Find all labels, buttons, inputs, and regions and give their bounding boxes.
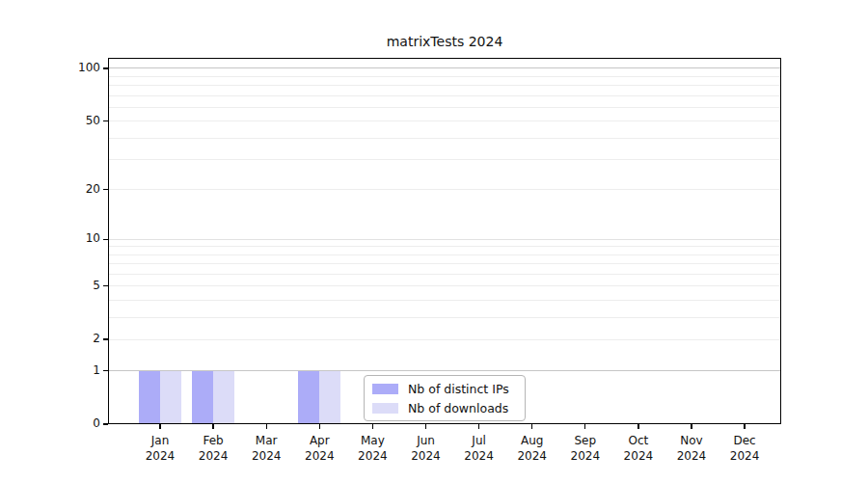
legend-item-distinct-ips: Nb of distinct IPs — [372, 381, 517, 397]
gridline — [108, 95, 781, 96]
x-tick-mark — [637, 424, 638, 429]
gridline — [108, 189, 781, 190]
gridline — [108, 138, 781, 139]
y-tick-mark — [103, 189, 108, 190]
legend-swatch-distinct-ips — [372, 384, 398, 394]
y-tick-label: 1 — [58, 363, 100, 377]
x-tick-label: Nov 2024 — [665, 433, 719, 464]
gridline — [108, 339, 781, 340]
bar-downloads — [160, 371, 181, 424]
y-tick-mark — [103, 338, 108, 339]
gridline — [108, 159, 781, 160]
x-tick-mark — [691, 424, 692, 429]
x-tick-label: Sep 2024 — [558, 433, 612, 464]
x-tick-mark — [531, 424, 532, 429]
y-tick-mark — [103, 285, 108, 286]
y-tick-label: 100 — [58, 61, 100, 74]
y-tick-label: 5 — [58, 279, 100, 292]
x-tick-label: Aug 2024 — [505, 433, 559, 464]
bar-distinct-ips — [298, 371, 319, 424]
x-tick-mark — [372, 424, 373, 429]
bar-distinct-ips — [192, 371, 213, 424]
gridline — [108, 274, 781, 275]
x-tick-label: Feb 2024 — [186, 433, 240, 464]
gridline — [108, 67, 781, 68]
bar-downloads — [213, 371, 234, 424]
bar-distinct-ips — [139, 371, 160, 424]
y-tick-label: 10 — [58, 231, 100, 245]
x-tick-label: Jun 2024 — [399, 433, 453, 464]
x-tick-label: May 2024 — [345, 433, 399, 464]
gridline — [108, 300, 781, 301]
y-tick-label: 50 — [58, 114, 100, 127]
gridline — [108, 285, 781, 286]
y-tick-label: 0 — [58, 416, 100, 430]
chart-figure: matrixTests 2024 Nb of distinct IPs Nb o… — [0, 0, 868, 482]
x-tick-mark — [478, 424, 479, 429]
x-tick-mark — [584, 424, 585, 429]
y-tick-mark — [103, 67, 108, 68]
gridline — [108, 246, 781, 247]
gridline — [108, 317, 781, 318]
legend: Nb of distinct IPs Nb of downloads — [364, 375, 526, 421]
x-tick-label: Dec 2024 — [718, 433, 772, 464]
legend-swatch-downloads — [372, 403, 398, 414]
plot-border — [108, 58, 781, 424]
x-tick-label: Jul 2024 — [452, 433, 506, 464]
x-tick-label: Oct 2024 — [611, 433, 665, 464]
gridline — [108, 85, 781, 86]
chart-title: matrixTests 2024 — [108, 34, 781, 49]
gridline — [108, 263, 781, 264]
x-tick-mark — [159, 424, 160, 429]
y-tick-label: 2 — [58, 332, 100, 345]
y-tick-mark — [103, 239, 108, 240]
x-tick-mark — [425, 424, 426, 429]
x-tick-mark — [212, 424, 213, 429]
x-tick-label: Mar 2024 — [239, 433, 293, 464]
gridline — [108, 76, 781, 77]
x-tick-label: Jan 2024 — [133, 433, 187, 464]
bar-downloads — [319, 371, 340, 424]
gridline — [108, 239, 781, 240]
y-tick-mark — [103, 120, 108, 121]
gridline — [108, 254, 781, 255]
x-tick-mark — [266, 424, 267, 429]
x-tick-mark — [319, 424, 320, 429]
gridline — [108, 120, 781, 121]
x-tick-mark — [744, 424, 745, 429]
y-tick-mark — [103, 423, 108, 424]
legend-label-downloads: Nb of downloads — [408, 401, 508, 415]
gridline — [108, 107, 781, 108]
legend-label-distinct-ips: Nb of distinct IPs — [408, 382, 509, 396]
x-tick-label: Apr 2024 — [292, 433, 346, 464]
y-tick-mark — [103, 370, 108, 371]
legend-item-downloads: Nb of downloads — [372, 400, 517, 416]
y-tick-label: 20 — [58, 182, 100, 196]
